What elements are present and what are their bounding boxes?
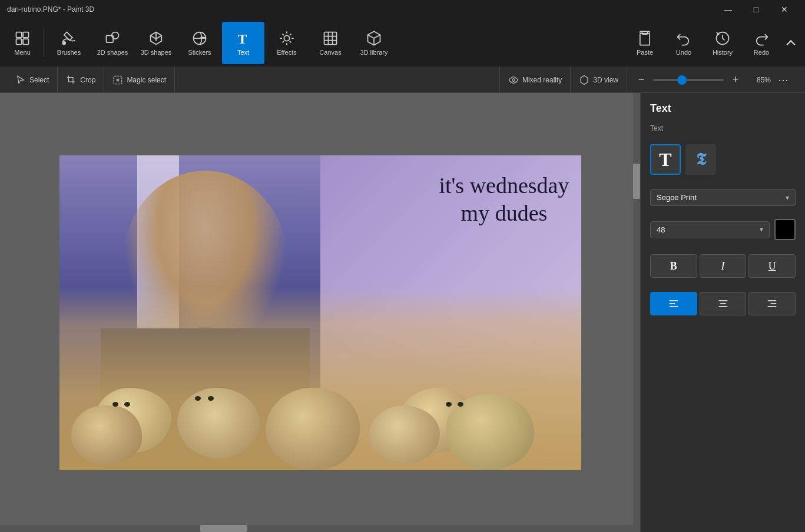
svg-rect-23 [771, 303, 777, 304]
effects-icon [279, 30, 295, 46]
brushes-button[interactable]: Brushes [48, 22, 90, 64]
text-style-row: T 𝕿 [650, 144, 796, 175]
text-label: Text [237, 49, 249, 56]
vertical-scrollbar[interactable] [633, 93, 640, 532]
undo-label: Undo [676, 49, 691, 56]
main-area: it's wednesday my dudes Text Text T 𝕿 Se… [0, 93, 805, 532]
svg-text:T: T [238, 31, 247, 46]
redo-label: Redo [754, 49, 769, 56]
svg-rect-21 [718, 306, 727, 307]
svg-rect-10 [324, 32, 337, 44]
font-dropdown-arrow-icon: ▾ [786, 194, 789, 202]
magic-select-label: Magic select [127, 76, 166, 84]
2dshapes-button[interactable]: 2D shapes [91, 22, 134, 64]
brushes-label: Brushes [57, 49, 81, 56]
font-selector[interactable]: Segoe Print ▾ [650, 189, 796, 206]
svg-point-15 [512, 78, 515, 81]
minimize-button[interactable]: — [714, 0, 741, 19]
right-panel: Text Text T 𝕿 Segoe Print ▾ 48 ▾ B I U [640, 93, 805, 532]
canvas-button[interactable]: Canvas [309, 22, 352, 64]
text-section-label: Text [650, 124, 796, 132]
font-name: Segoe Print [657, 193, 786, 202]
zoom-controls-group: − + 85% ⋯ [627, 71, 798, 89]
svg-rect-12 [640, 33, 650, 45]
svg-point-4 [63, 41, 66, 44]
3dshapes-label: 3D shapes [141, 49, 172, 56]
meme-text-line1: it's wednesday [439, 172, 569, 200]
effects-button[interactable]: Effects [266, 22, 308, 64]
brushes-icon [61, 30, 77, 46]
close-button[interactable]: ✕ [771, 0, 798, 19]
italic-button[interactable]: I [700, 254, 747, 278]
mixed-reality-button[interactable]: Mixed reality [499, 67, 571, 93]
3d-view-button[interactable]: 3D view [571, 67, 627, 93]
crop-button[interactable]: Crop [58, 67, 104, 93]
svg-rect-24 [768, 306, 777, 307]
meme-text-line2: my dudes [439, 200, 569, 228]
3d-view-label: 3D view [593, 76, 618, 84]
2dshapes-icon [104, 30, 121, 46]
3dlibrary-button[interactable]: 3D library [353, 22, 395, 64]
window-controls: — □ ✕ [714, 0, 798, 19]
zoom-out-button[interactable]: − [634, 73, 648, 87]
zoom-in-button[interactable]: + [728, 73, 743, 87]
menu-label: Menu [14, 49, 31, 56]
zoom-slider[interactable] [653, 79, 724, 81]
stickers-label: Stickers [188, 49, 211, 56]
horizontal-scrollbar-thumb[interactable] [200, 525, 247, 532]
3dlibrary-label: 3D library [360, 49, 387, 56]
history-button[interactable]: History [704, 22, 741, 64]
undo-button[interactable]: Undo [665, 22, 703, 64]
align-left-icon [668, 298, 680, 310]
zoom-value: 85% [747, 76, 771, 84]
paste-button[interactable]: Paste [626, 22, 664, 64]
image-canvas[interactable]: it's wednesday my dudes [59, 155, 581, 470]
align-center-button[interactable] [700, 292, 747, 315]
text-style-plain-button[interactable]: T [650, 144, 681, 175]
bold-button[interactable]: B [650, 254, 697, 278]
text-button[interactable]: T Text [222, 22, 264, 64]
magic-select-button[interactable]: Magic select [104, 67, 175, 93]
svg-rect-16 [669, 300, 678, 301]
align-left-button[interactable] [650, 292, 697, 315]
horizontal-scrollbar[interactable] [0, 525, 640, 532]
more-options-button[interactable]: ⋯ [776, 71, 791, 89]
redo-button[interactable]: Redo [743, 22, 780, 64]
underline-button[interactable]: U [748, 254, 796, 278]
canvas-icon [322, 30, 339, 46]
collapse-button[interactable] [781, 22, 800, 64]
menu-button[interactable]: Menu [5, 22, 40, 64]
history-icon [714, 30, 731, 46]
maximize-button[interactable]: □ [743, 0, 770, 19]
font-size-arrow-icon: ▾ [760, 225, 763, 234]
font-size-value: 48 [657, 225, 760, 234]
vertical-scrollbar-thumb[interactable] [633, 164, 640, 199]
canvas-area[interactable]: it's wednesday my dudes [0, 93, 640, 532]
canvas-label: Canvas [319, 49, 341, 56]
select-button[interactable]: Select [7, 67, 58, 93]
3dshapes-icon [148, 30, 164, 46]
color-swatch-button[interactable] [774, 219, 796, 240]
stickers-button[interactable]: Stickers [178, 22, 221, 64]
format-row: B I U [650, 254, 796, 278]
crop-label: Crop [80, 76, 95, 84]
svg-rect-17 [669, 303, 675, 304]
select-icon [15, 75, 26, 85]
titlebar: dan-rubino.PNG* - Paint 3D — □ ✕ [0, 0, 805, 19]
mixed-reality-icon [508, 75, 519, 85]
main-toolbar: Menu Brushes 2D shapes 3D shapes [0, 19, 805, 67]
text-style-fancy-button[interactable]: 𝕿 [685, 144, 716, 175]
svg-rect-20 [720, 303, 726, 304]
bold-label: B [670, 260, 677, 272]
effects-label: Effects [277, 49, 296, 56]
svg-rect-2 [16, 39, 22, 44]
2dshapes-label: 2D shapes [97, 49, 128, 56]
select-label: Select [29, 76, 49, 84]
svg-point-9 [284, 35, 289, 41]
undo-icon [675, 30, 692, 46]
align-right-button[interactable] [748, 292, 796, 315]
3dshapes-button[interactable]: 3D shapes [135, 22, 177, 64]
crop-icon [66, 75, 77, 85]
separator [44, 28, 44, 58]
font-size-selector[interactable]: 48 ▾ [650, 221, 770, 238]
